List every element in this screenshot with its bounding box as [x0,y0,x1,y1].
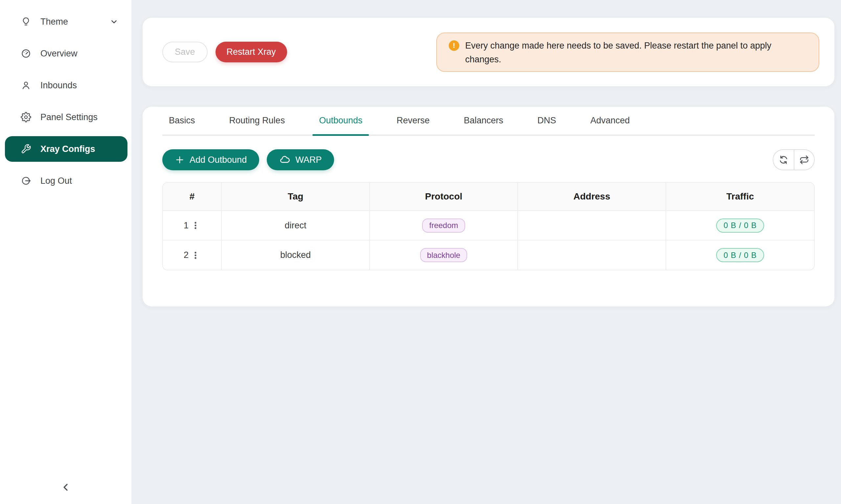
traffic-badge: 0 B / 0 B [716,248,764,262]
row-index: 1 [184,220,189,231]
warp-button[interactable]: WARP [267,149,334,170]
sidebar-item-theme[interactable]: Theme [5,9,127,34]
tabs-bar: Basics Routing Rules Outbounds Reverse B… [162,107,815,136]
repeat-icon [799,155,809,165]
sidebar-item-label: Inbounds [40,80,77,91]
tab-advanced[interactable]: Advanced [584,107,636,134]
logout-icon [21,176,31,186]
tab-dns[interactable]: DNS [531,107,563,134]
outbounds-table: # Tag Protocol Address Traffic 1 [162,182,815,270]
refresh-icon [778,155,788,165]
tab-basics[interactable]: Basics [162,107,202,134]
kebab-menu-icon[interactable] [191,220,201,230]
sidebar-item-inbounds[interactable]: Inbounds [5,73,127,98]
column-header-protocol: Protocol [370,183,518,211]
kebab-menu-icon[interactable] [191,250,201,260]
warning-icon: ! [449,40,459,51]
row-index: 2 [184,250,189,260]
sidebar-item-overview[interactable]: Overview [5,41,127,66]
tab-reverse[interactable]: Reverse [390,107,436,134]
sidebar-item-xray-configs[interactable]: Xray Configs [5,136,127,162]
sidebar-item-label: Theme [40,17,68,27]
column-header-index: # [163,183,221,211]
chevron-left-icon [59,481,72,494]
toolbar-card: Save Restart Xray ! Every change made he… [142,18,835,86]
dashboard-icon [21,48,31,59]
wrench-icon [21,144,31,154]
chevron-down-icon [110,17,118,26]
restart-warning-alert: ! Every change made here needs to be sav… [436,33,819,72]
protocol-badge: freedom [422,218,465,233]
column-header-tag: Tag [221,183,370,211]
repeat-button[interactable] [794,150,814,169]
sidebar-item-label: Xray Configs [40,144,95,154]
sidebar-item-panel-settings[interactable]: Panel Settings [5,104,127,130]
cloud-icon [279,154,290,165]
alert-text: Every change made here needs to be saved… [465,39,797,66]
warp-label: WARP [295,155,322,165]
user-icon [21,80,31,91]
table-header-row: # Tag Protocol Address Traffic [163,183,814,211]
sidebar-item-log-out[interactable]: Log Out [5,168,127,194]
gear-icon [21,112,31,122]
sidebar-collapse-button[interactable] [52,478,80,498]
sidebar-item-label: Overview [40,49,78,59]
save-button[interactable]: Save [162,42,208,62]
column-header-address: Address [518,183,666,211]
actions-row: Add Outbound WARP [162,149,815,170]
add-outbound-label: Add Outbound [190,155,247,165]
table-row: 2 blocked blackhole 0 B / 0 B [163,240,814,270]
traffic-badge: 0 B / 0 B [716,218,764,233]
column-header-traffic: Traffic [666,183,814,211]
tag-cell: blocked [221,240,370,270]
table-row: 1 direct freedom 0 B / 0 B [163,211,814,240]
tab-routing-rules[interactable]: Routing Rules [223,107,292,134]
lightbulb-icon [21,16,31,27]
tab-balancers[interactable]: Balancers [457,107,510,134]
xray-configs-card: Basics Routing Rules Outbounds Reverse B… [142,107,835,306]
sidebar-item-label: Log Out [40,176,72,186]
add-outbound-button[interactable]: Add Outbound [162,149,259,170]
table-tools-group [773,149,815,170]
tag-cell: direct [221,211,370,240]
refresh-button[interactable] [773,150,794,169]
address-cell [518,211,666,240]
protocol-badge: blackhole [420,248,467,262]
tab-outbounds[interactable]: Outbounds [312,107,369,134]
sidebar-item-label: Panel Settings [40,112,98,122]
restart-xray-button[interactable]: Restart Xray [216,42,287,62]
address-cell [518,240,666,270]
sidebar: Theme Overview Inbounds [0,0,132,504]
app-window: Theme Overview Inbounds [0,0,841,504]
main-content: Save Restart Xray ! Every change made he… [132,0,841,504]
plus-icon [175,155,185,165]
sidebar-nav: Theme Overview Inbounds [0,0,132,194]
